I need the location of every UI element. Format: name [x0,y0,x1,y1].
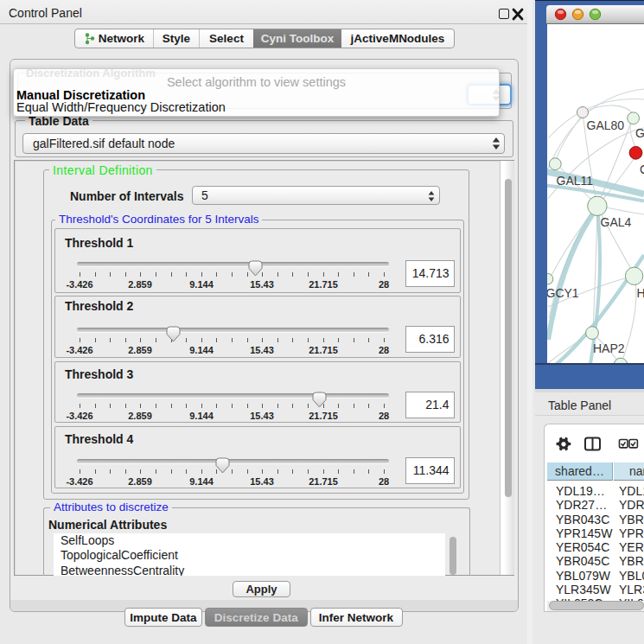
svg-text:C: C [640,163,644,176]
svg-text:GAL80: GAL80 [587,118,625,132]
svg-text:G...: G... [635,126,644,140]
svg-text:GCY1: GCY1 [547,286,579,300]
svg-text:H: H [637,286,644,300]
svg-text:GAL11: GAL11 [557,174,594,188]
svg-text:HAP2: HAP2 [593,341,625,355]
svg-text:GAL4: GAL4 [601,215,632,229]
